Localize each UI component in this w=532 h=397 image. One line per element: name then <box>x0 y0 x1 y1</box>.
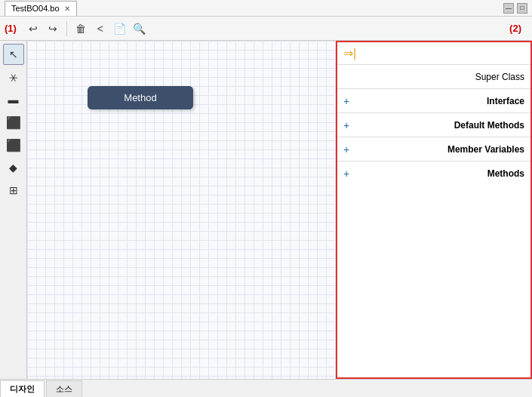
delete-icon: 🗑 <box>75 23 86 35</box>
member-variables-add-button[interactable]: + <box>343 143 349 155</box>
cylinder1-tool[interactable]: ⬛ <box>3 112 24 133</box>
select-tool[interactable]: ↖ <box>3 44 24 65</box>
section-label-1: (1) <box>5 23 17 34</box>
redo-button[interactable]: ↪ <box>44 20 62 38</box>
delete-button[interactable]: 🗑 <box>72 20 90 38</box>
tab-source[interactable]: 소스 <box>46 380 82 397</box>
minimize-button[interactable]: — <box>503 3 514 14</box>
super-class-row: Super Class <box>337 65 530 89</box>
title-bar: TestBO04.bo ✕ — □ <box>0 0 532 17</box>
window-controls: — □ <box>503 3 527 14</box>
default-methods-label: Default Methods <box>454 120 524 131</box>
interface-add-button[interactable]: + <box>343 95 349 107</box>
methods-label: Methods <box>487 168 524 179</box>
class-icon: ▬ <box>8 94 19 106</box>
method-block[interactable]: Method <box>88 86 193 109</box>
class-tool[interactable]: ▬ <box>3 89 24 110</box>
toolbar: (1) ↩ ↪ 🗑 < 📄 🔍 (2) <box>0 17 532 41</box>
select-icon: ↖ <box>9 48 18 60</box>
tab-design[interactable]: 디자인 <box>0 380 45 397</box>
undo-button[interactable]: ↩ <box>24 20 42 38</box>
redo-icon: ↪ <box>48 23 57 35</box>
doc-button[interactable]: 📄 <box>111 20 129 38</box>
panel-header-row: ⇒| <box>337 42 530 65</box>
diamond-icon: ◆ <box>9 162 17 174</box>
tab-design-label: 디자인 <box>10 383 35 395</box>
cylinder2-tool[interactable]: ⬛ <box>3 134 24 155</box>
doc-icon: 📄 <box>113 23 126 35</box>
grid-icon: ⊞ <box>9 184 18 196</box>
right-panel: ⇒| Super Class + Interface + Default Met… <box>336 41 532 379</box>
tab-source-label: 소스 <box>56 383 72 395</box>
interface-label: Interface <box>487 96 524 106</box>
main-area: ↖ ⚹ ▬ ⬛ ⬛ ◆ ⊞ Method ⇒| <box>0 41 532 379</box>
super-class-label: Super Class <box>475 72 524 82</box>
default-methods-row: + Default Methods <box>337 113 530 137</box>
connect-icon: ⚹ <box>9 71 18 84</box>
cylinder1-icon: ⬛ <box>6 115 21 130</box>
maximize-button[interactable]: □ <box>517 3 527 14</box>
undo-icon: ↩ <box>29 23 38 35</box>
member-variables-label: Member Variables <box>447 144 524 155</box>
diamond-tool[interactable]: ◆ <box>3 157 24 178</box>
connect-tool[interactable]: ⚹ <box>3 66 24 88</box>
bottom-tabs: 디자인 소스 <box>0 379 532 397</box>
member-variables-row: + Member Variables <box>337 137 530 162</box>
search-button[interactable]: 🔍 <box>131 20 149 38</box>
back-button[interactable]: < <box>91 20 109 38</box>
grid-tool[interactable]: ⊞ <box>3 180 24 201</box>
cylinder2-icon: ⬛ <box>6 138 21 152</box>
default-methods-add-button[interactable]: + <box>343 119 349 131</box>
methods-row: + Methods <box>337 162 530 186</box>
section-label-2: (2) <box>509 23 521 34</box>
methods-add-button[interactable]: + <box>343 168 349 180</box>
method-block-label: Method <box>88 86 193 109</box>
panel-arrow-icon: ⇒| <box>343 46 356 60</box>
search-icon: 🔍 <box>133 23 146 35</box>
file-tab[interactable]: TestBO04.bo ✕ <box>5 1 77 16</box>
tab-close-button[interactable]: ✕ <box>64 5 70 13</box>
canvas-area[interactable]: Method <box>27 41 336 379</box>
interface-row: + Interface <box>337 89 530 113</box>
back-icon: < <box>97 23 103 35</box>
file-tab-label: TestBO04.bo <box>11 4 60 13</box>
toolbar-separator-1 <box>66 21 67 36</box>
left-toolbar: ↖ ⚹ ▬ ⬛ ⬛ ◆ ⊞ <box>0 41 27 379</box>
